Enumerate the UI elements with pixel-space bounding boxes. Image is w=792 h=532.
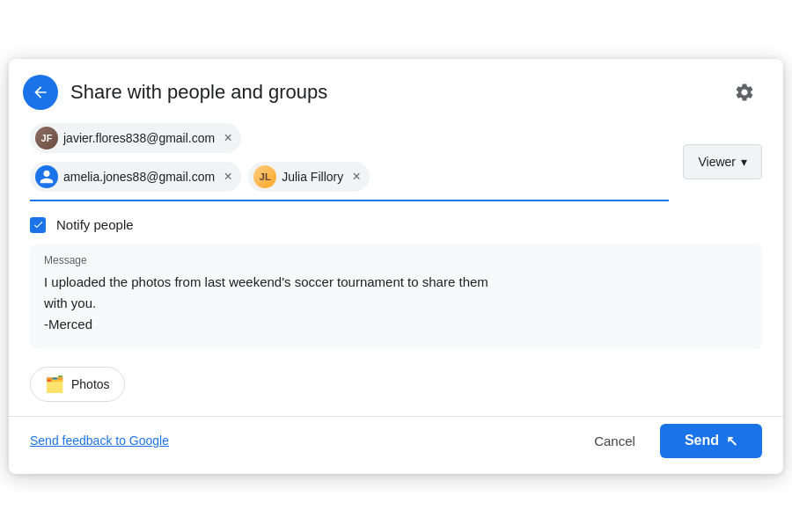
feedback-link[interactable]: Send feedback to Google [30,434,169,448]
chip-julia: JL Julia Fillory × [248,162,370,192]
recipients-area: JF javier.flores838@gmail.com × amelia.j… [9,122,783,201]
message-label: Message [44,254,748,266]
avatar-amelia [35,165,58,188]
dialog-title: Share with people and groups [70,81,327,104]
share-dialog: Share with people and groups JF javier.f… [9,59,783,474]
chip-javier: JF javier.flores838@gmail.com × [30,123,241,153]
chip-julia-label: Julia Fillory [282,170,343,184]
cancel-button[interactable]: Cancel [576,425,653,457]
message-text: I uploaded the photos from last weekend'… [44,272,748,335]
notify-checkbox[interactable] [30,217,46,233]
back-button[interactable] [23,75,58,110]
header-left: Share with people and groups [23,75,327,110]
settings-button[interactable] [727,75,762,110]
chip-amelia-close[interactable]: × [220,169,236,185]
message-line2: with you. [44,295,96,310]
chips-row-1: JF javier.flores838@gmail.com × [30,122,669,154]
send-label: Send [685,433,719,448]
folder-icon: 🗂️ [45,375,64,394]
message-line3: -Merced [44,317,92,332]
avatar-javier: JF [35,127,58,149]
dropdown-arrow: ▾ [741,155,747,169]
notify-label: Notify people [56,217,134,232]
message-line1: I uploaded the photos from last weekend'… [44,274,488,289]
chips-container: JF javier.flores838@gmail.com × amelia.j… [30,122,669,201]
chip-amelia-label: amelia.jones88@gmail.com [63,170,215,184]
viewer-label: Viewer [698,155,736,169]
viewer-dropdown[interactable]: Viewer ▾ [683,144,762,179]
photos-chip[interactable]: 🗂️ Photos [30,367,125,402]
dialog-footer: Send feedback to Google Cancel Send ↖ [9,417,783,474]
chip-julia-close[interactable]: × [348,169,364,185]
avatar-julia: JL [253,165,276,188]
message-area[interactable]: Message I uploaded the photos from last … [30,244,762,349]
send-cursor-icon: ↖ [726,433,737,449]
send-button[interactable]: Send ↖ [660,424,762,458]
dialog-header: Share with people and groups [9,59,783,122]
chips-row-2: amelia.jones88@gmail.com × JL Julia Fill… [30,161,669,193]
chip-javier-label: javier.flores838@gmail.com [63,131,215,145]
photos-label: Photos [71,377,110,391]
chip-amelia: amelia.jones88@gmail.com × [30,162,241,192]
notify-row: Notify people [9,201,783,244]
chip-javier-close[interactable]: × [220,130,236,146]
footer-buttons: Cancel Send ↖ [576,424,762,458]
